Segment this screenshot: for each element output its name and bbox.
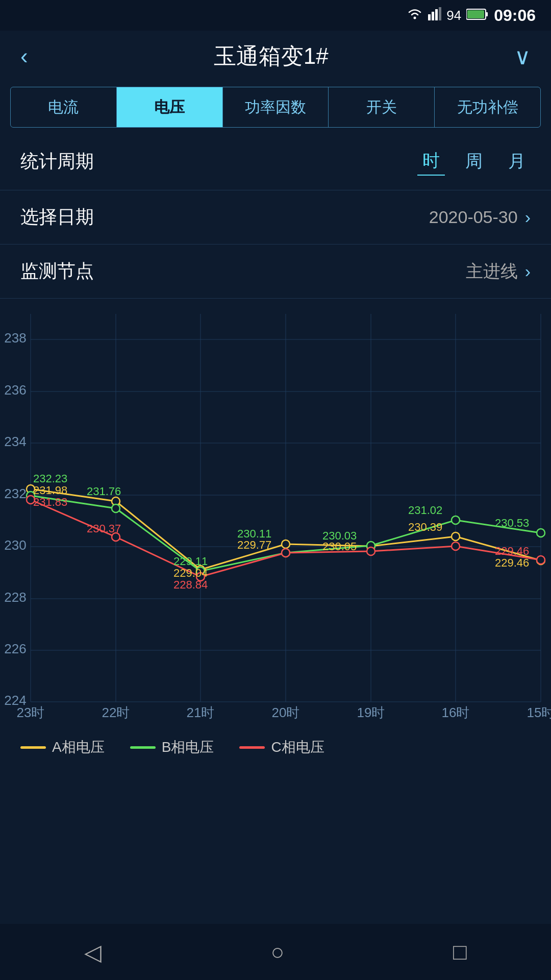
svg-text:226: 226 bbox=[4, 641, 26, 656]
chart-container: 238 236 234 232 230 228 226 224 23时 22时 … bbox=[0, 304, 551, 722]
period-buttons: 时 周 月 bbox=[417, 147, 531, 176]
svg-point-0 bbox=[414, 16, 416, 19]
tab-reactive[interactable]: 无功补偿 bbox=[435, 87, 540, 127]
back-button[interactable]: ‹ bbox=[20, 43, 28, 69]
svg-text:238: 238 bbox=[4, 330, 26, 346]
svg-point-58 bbox=[452, 542, 460, 550]
period-hour[interactable]: 时 bbox=[417, 147, 445, 176]
svg-text:234: 234 bbox=[4, 434, 26, 449]
monitor-row[interactable]: 监测节点 主进线 › bbox=[0, 244, 551, 299]
svg-point-51 bbox=[452, 516, 460, 524]
tab-voltage[interactable]: 电压 bbox=[117, 87, 223, 127]
svg-text:228: 228 bbox=[4, 590, 26, 605]
tab-switch[interactable]: 开关 bbox=[329, 87, 435, 127]
svg-text:231.02: 231.02 bbox=[408, 504, 442, 517]
svg-text:228.84: 228.84 bbox=[173, 578, 208, 591]
svg-point-57 bbox=[367, 547, 375, 555]
legend-c-line bbox=[239, 746, 265, 749]
monitor-label: 监测节点 bbox=[20, 259, 94, 284]
header: ‹ 玉通箱变1# ∨ bbox=[0, 31, 551, 82]
time-display: 09:06 bbox=[494, 6, 536, 25]
svg-point-52 bbox=[537, 529, 545, 537]
svg-text:229.11: 229.11 bbox=[173, 555, 208, 568]
svg-text:15时: 15时 bbox=[527, 705, 551, 720]
svg-point-44 bbox=[452, 532, 460, 541]
period-row: 统计周期 时 周 月 bbox=[0, 133, 551, 190]
legend-b: B相电压 bbox=[130, 738, 214, 757]
svg-text:232: 232 bbox=[4, 486, 26, 501]
dropdown-button[interactable]: ∨ bbox=[514, 43, 531, 69]
recents-nav-icon[interactable]: □ bbox=[453, 939, 467, 965]
svg-rect-3 bbox=[435, 9, 438, 20]
svg-text:230: 230 bbox=[4, 537, 26, 553]
voltage-chart: 238 236 234 232 230 228 226 224 23时 22时 … bbox=[0, 304, 551, 722]
legend-a-label: A相电压 bbox=[52, 738, 105, 757]
date-row[interactable]: 选择日期 2020-05-30 › bbox=[0, 190, 551, 244]
period-month[interactable]: 月 bbox=[503, 148, 531, 175]
tab-powerfactor[interactable]: 功率因数 bbox=[223, 87, 329, 127]
svg-rect-8 bbox=[0, 304, 551, 722]
svg-text:231.83: 231.83 bbox=[33, 496, 67, 508]
legend-c: C相电压 bbox=[239, 738, 324, 757]
svg-point-56 bbox=[282, 549, 290, 557]
monitor-value: 主进线 bbox=[466, 260, 518, 283]
date-arrow-icon: › bbox=[525, 207, 531, 227]
svg-point-42 bbox=[282, 540, 290, 548]
svg-text:22时: 22时 bbox=[102, 705, 130, 720]
legend-b-label: B相电压 bbox=[162, 738, 214, 757]
svg-text:16时: 16时 bbox=[442, 705, 470, 720]
svg-text:230.53: 230.53 bbox=[495, 517, 529, 529]
date-value: 2020-05-30 bbox=[429, 207, 518, 227]
svg-text:230.05: 230.05 bbox=[322, 540, 357, 553]
chart-legend: A相电压 B相电压 C相电压 bbox=[0, 727, 551, 767]
svg-text:229.77: 229.77 bbox=[237, 538, 271, 551]
home-nav-icon[interactable]: ○ bbox=[270, 939, 284, 965]
svg-rect-1 bbox=[428, 14, 431, 20]
svg-text:231.76: 231.76 bbox=[87, 485, 121, 498]
svg-text:232.23: 232.23 bbox=[33, 472, 67, 485]
battery-icon bbox=[466, 8, 489, 22]
bottom-nav: ◁ ○ □ bbox=[0, 924, 551, 980]
status-bar: 94 09:06 bbox=[0, 0, 551, 31]
svg-point-47 bbox=[112, 504, 120, 512]
svg-text:229.04: 229.04 bbox=[173, 567, 208, 579]
date-label: 选择日期 bbox=[20, 205, 94, 230]
svg-text:236: 236 bbox=[4, 382, 26, 398]
signal-icon bbox=[428, 7, 441, 24]
svg-point-59 bbox=[537, 556, 545, 564]
svg-text:229.46: 229.46 bbox=[495, 556, 529, 569]
svg-text:230.37: 230.37 bbox=[87, 522, 121, 535]
tab-bar: 电流 电压 功率因数 开关 无功补偿 bbox=[10, 87, 541, 128]
legend-a: A相电压 bbox=[20, 738, 105, 757]
legend-c-label: C相电压 bbox=[271, 738, 324, 757]
legend-b-line bbox=[130, 746, 156, 749]
legend-a-line bbox=[20, 746, 46, 749]
monitor-arrow-icon: › bbox=[525, 261, 531, 281]
svg-rect-6 bbox=[486, 12, 488, 16]
wifi-icon bbox=[407, 8, 423, 23]
back-nav-icon[interactable]: ◁ bbox=[84, 939, 102, 965]
svg-rect-7 bbox=[467, 10, 484, 18]
page-title: 玉通箱变1# bbox=[214, 41, 329, 71]
svg-rect-2 bbox=[432, 12, 434, 20]
battery-level: 94 bbox=[446, 8, 461, 23]
svg-text:230.39: 230.39 bbox=[408, 521, 442, 533]
tab-current[interactable]: 电流 bbox=[11, 87, 117, 127]
svg-text:21时: 21时 bbox=[187, 705, 215, 720]
period-label: 统计周期 bbox=[20, 149, 94, 174]
svg-text:229.46: 229.46 bbox=[495, 545, 529, 557]
svg-text:20时: 20时 bbox=[272, 705, 300, 720]
svg-text:231.98: 231.98 bbox=[33, 484, 67, 497]
svg-text:23时: 23时 bbox=[17, 705, 45, 720]
svg-text:19时: 19时 bbox=[357, 705, 385, 720]
period-week[interactable]: 周 bbox=[460, 148, 488, 175]
status-icons: 94 09:06 bbox=[407, 6, 536, 25]
svg-rect-4 bbox=[439, 7, 441, 20]
